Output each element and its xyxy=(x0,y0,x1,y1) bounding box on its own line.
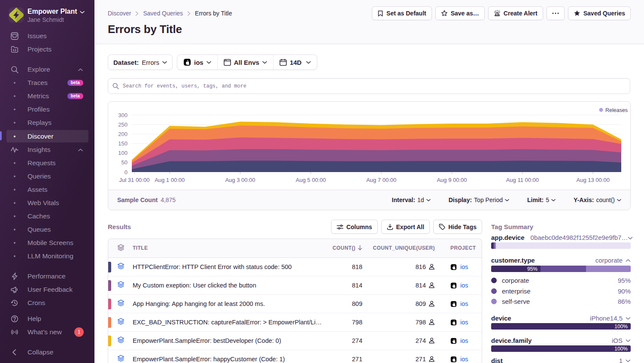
svg-text:150: 150 xyxy=(118,140,128,147)
svg-text:250: 250 xyxy=(118,121,128,128)
svg-text:0: 0 xyxy=(125,169,128,175)
svg-text:200: 200 xyxy=(118,131,128,137)
svg-text:100: 100 xyxy=(118,150,128,156)
svg-text:Aug 5 00:00: Aug 5 00:00 xyxy=(296,177,326,183)
svg-text:Jul 31 00:00: Jul 31 00:00 xyxy=(119,177,150,183)
svg-text:Aug 11 00:00: Aug 11 00:00 xyxy=(506,177,539,183)
svg-text:Aug 13 00:00: Aug 13 00:00 xyxy=(577,177,610,183)
svg-text:Aug 3 00:00: Aug 3 00:00 xyxy=(225,177,255,183)
svg-text:50: 50 xyxy=(122,159,128,166)
svg-text:Aug 7 00:00: Aug 7 00:00 xyxy=(366,177,396,183)
svg-text:Releases: Releases xyxy=(605,107,628,113)
svg-text:Aug 1 00:00: Aug 1 00:00 xyxy=(155,177,185,183)
svg-text:Aug 9 00:00: Aug 9 00:00 xyxy=(437,177,467,183)
svg-text:300: 300 xyxy=(118,112,128,118)
